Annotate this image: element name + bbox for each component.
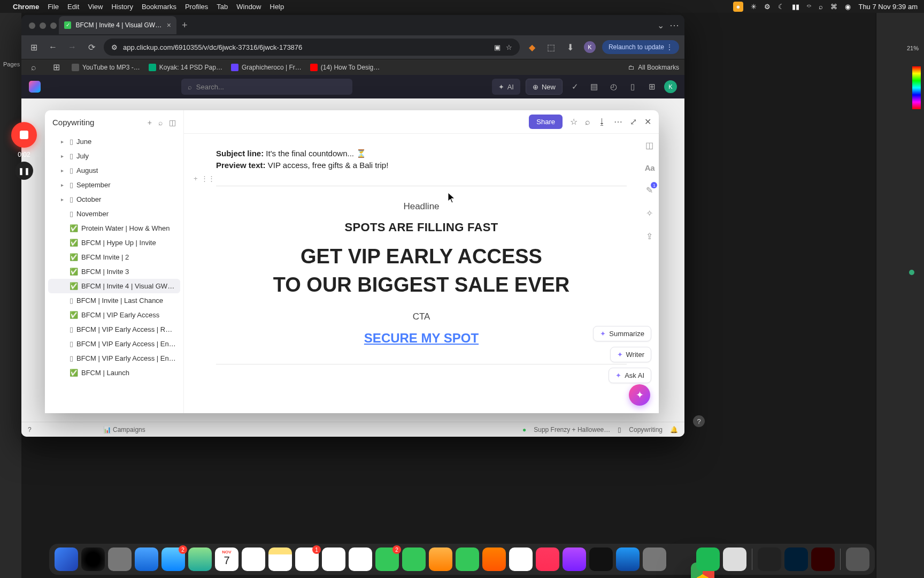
dock-reminders-icon[interactable]: 1: [295, 547, 319, 571]
close-window-icon[interactable]: [29, 22, 35, 29]
clock-icon[interactable]: ◴: [606, 82, 620, 92]
dock-illustrator-icon[interactable]: [811, 547, 835, 571]
apps-grid-icon[interactable]: ⊞: [645, 82, 659, 92]
share-button[interactable]: Share: [529, 115, 563, 129]
dock-siri-icon[interactable]: [81, 547, 105, 571]
dock-facetime-icon[interactable]: [402, 547, 426, 571]
tree-doc-item[interactable]: ✅BFCM | VIP Early Access: [48, 308, 180, 322]
magic-wand-icon[interactable]: ✎1: [646, 185, 653, 195]
dock-spotify-icon[interactable]: [696, 547, 720, 571]
pause-recording-button[interactable]: ❚❚: [15, 162, 33, 180]
tree-doc-item[interactable]: ▯November: [48, 207, 180, 221]
tree-month[interactable]: ▸▯September: [48, 178, 180, 192]
collapse-sidebar-icon[interactable]: ◫: [169, 118, 176, 127]
star-bookmark-icon[interactable]: ☆: [506, 43, 512, 51]
dock-news-icon[interactable]: [509, 547, 533, 571]
dock-podcasts-icon[interactable]: [563, 547, 586, 571]
dock-appstore-icon[interactable]: [616, 547, 640, 571]
clipboard-icon[interactable]: ▤: [587, 82, 601, 92]
dock-app-icon[interactable]: [723, 547, 746, 571]
dock-mail-icon[interactable]: 2: [161, 547, 185, 571]
drag-handle-icon[interactable]: ⋮⋮: [201, 174, 215, 182]
user-avatar[interactable]: K: [664, 80, 677, 93]
upload-icon[interactable]: ⇪: [646, 231, 653, 241]
site-info-icon[interactable]: ⚙: [111, 43, 118, 51]
tree-doc-item-selected[interactable]: ✅BFCM | Invite 4 | Visual GWP's: [48, 279, 180, 293]
menubar-app-name[interactable]: Chrome: [13, 3, 39, 11]
menu-profiles[interactable]: Profiles: [185, 3, 208, 11]
ai-chip-writer[interactable]: ✦Writer: [610, 347, 651, 362]
headline-2[interactable]: TO OUR BIGGEST SALE EVER: [216, 273, 627, 296]
ai-chip-summarize[interactable]: ✦Summarize: [593, 326, 651, 341]
downloads-icon[interactable]: ⬇: [564, 42, 578, 52]
dock-notes-icon[interactable]: [268, 547, 292, 571]
bookmark-item[interactable]: Graphicheroco | Fr…: [231, 64, 302, 71]
ext-icon[interactable]: ⊞: [27, 42, 41, 52]
tree-doc-item[interactable]: ▯BFCM | VIP Early Access | En…: [48, 337, 180, 351]
dock-maps-icon[interactable]: [188, 547, 212, 571]
reload-icon[interactable]: ⟳: [84, 42, 98, 52]
star-icon[interactable]: ☆: [570, 117, 578, 127]
tree-doc-item[interactable]: ▯BFCM | VIP Early Access | En…: [48, 351, 180, 366]
menu-edit[interactable]: Edit: [67, 3, 79, 11]
check-circle-icon[interactable]: ✓: [568, 82, 582, 92]
tree-doc-item[interactable]: ✅BFCM | Hype Up | Invite: [48, 235, 180, 250]
nav-back-icon[interactable]: ←: [46, 42, 60, 52]
dock-photoshop-icon[interactable]: [784, 547, 808, 571]
dock-calendar-icon[interactable]: NOV7: [215, 547, 238, 571]
menu-file[interactable]: File: [48, 3, 59, 11]
tree-month[interactable]: ▸▯June: [48, 134, 180, 149]
fullscreen-window-icon[interactable]: [50, 22, 57, 29]
dock-app-icon[interactable]: [349, 547, 372, 571]
extension-icon[interactable]: ⬚: [544, 42, 558, 52]
bookmark-item[interactable]: (14) How To Desig…: [310, 64, 380, 71]
window-traffic-lights[interactable]: [29, 22, 57, 29]
dock-app-icon[interactable]: [482, 547, 506, 571]
dock-numbers-icon[interactable]: [456, 547, 479, 571]
tree-doc-item[interactable]: ✅BFCM Invite | 2: [48, 250, 180, 264]
clickup-ai-button[interactable]: ✦ AI: [492, 79, 520, 95]
toggle-sidebar-icon[interactable]: ◫: [645, 140, 653, 150]
block-handles[interactable]: +⋮⋮: [194, 174, 215, 182]
screenshare-icon[interactable]: ▣: [494, 43, 500, 51]
stop-recording-button[interactable]: [11, 122, 37, 148]
dock-trash-icon[interactable]: [846, 547, 869, 571]
dock-figma-icon[interactable]: [758, 547, 781, 571]
bottom-pill[interactable]: Copywriting: [629, 426, 663, 434]
close-tab-icon[interactable]: ×: [167, 21, 171, 29]
more-icon[interactable]: ⋯: [614, 117, 622, 127]
add-block-icon[interactable]: +: [194, 174, 198, 182]
tree-month[interactable]: ▸▯July: [48, 149, 180, 163]
wifi-icon[interactable]: ⌔: [807, 3, 811, 11]
mic-recording-icon[interactable]: ●: [733, 2, 744, 12]
dock-finder-icon[interactable]: [55, 547, 78, 571]
menubar-datetime[interactable]: Thu 7 Nov 9:39 am: [858, 3, 918, 11]
dock-photos-icon[interactable]: [242, 547, 265, 571]
tab-search-icon[interactable]: ⌄: [657, 20, 664, 31]
ai-chip-ask[interactable]: ✦Ask AI: [609, 368, 651, 383]
moon-icon[interactable]: ☾: [778, 3, 784, 11]
clickup-new-button[interactable]: ⊕ New: [526, 79, 563, 95]
tree-doc-item[interactable]: ✅BFCM | Invite 3: [48, 264, 180, 279]
all-bookmarks-button[interactable]: 🗀All Bookmarks: [628, 64, 679, 71]
search-sidebar-icon[interactable]: ⌕: [158, 118, 163, 127]
relaunch-button[interactable]: Relaunch to update ⋮: [602, 40, 679, 54]
headline-1[interactable]: GET VIP EARLY ACCESS: [216, 245, 627, 268]
menu-history[interactable]: History: [111, 3, 133, 11]
search-icon[interactable]: ⌕: [27, 63, 41, 72]
new-tab-button[interactable]: +: [182, 20, 188, 31]
breadcrumb-item[interactable]: 📊 Campaigns: [103, 426, 145, 434]
address-bar[interactable]: ⚙ app.clickup.com/6910355/v/dc/6jwck-373…: [104, 39, 520, 56]
dock-settings-icon[interactable]: [643, 547, 666, 571]
search-doc-icon[interactable]: ⌕: [585, 117, 590, 127]
dock-app-icon[interactable]: [322, 547, 345, 571]
menubar-status-icon[interactable]: ✳︎: [751, 3, 757, 11]
dock-launchpad-icon[interactable]: [108, 547, 132, 571]
subject-line[interactable]: Subject line: It's the final countdown..…: [216, 149, 627, 158]
profile-avatar[interactable]: K: [583, 41, 597, 53]
doc-icon[interactable]: ▯: [626, 82, 640, 92]
menubar-status-icon[interactable]: ⚙︎: [764, 3, 771, 11]
menu-tab[interactable]: Tab: [217, 3, 228, 11]
tree-doc-item[interactable]: ✅BFCM | Launch: [48, 366, 180, 380]
tree-month[interactable]: ▸▯October: [48, 192, 180, 207]
